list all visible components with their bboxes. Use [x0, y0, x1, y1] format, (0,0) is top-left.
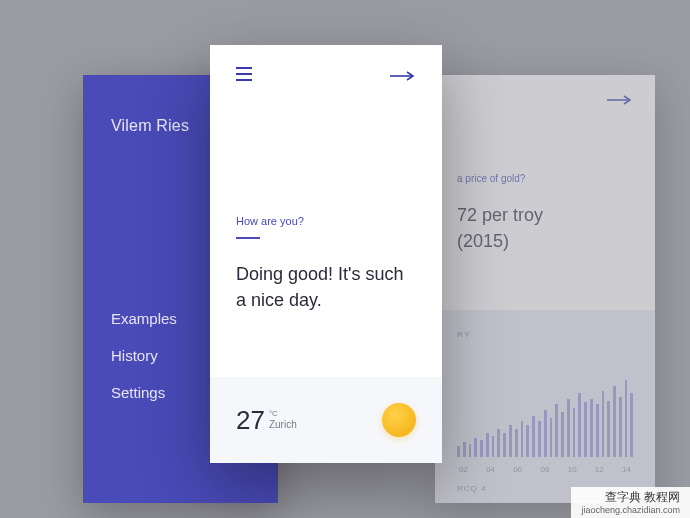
forward-arrow-icon[interactable] — [607, 95, 633, 105]
x-tick: 10 — [568, 465, 577, 474]
chart-bar — [578, 393, 581, 457]
x-tick: 14 — [622, 465, 631, 474]
chart-bar — [486, 433, 489, 457]
chart-bar — [619, 397, 622, 457]
chart-bar — [573, 408, 576, 457]
chart-bar — [463, 442, 466, 457]
chart-bar — [503, 433, 506, 457]
prompt-label: How are you? — [236, 215, 416, 227]
chart-bar — [509, 425, 512, 457]
top-bar — [236, 67, 416, 85]
x-tick: 04 — [486, 465, 495, 474]
chart-bar — [515, 429, 518, 457]
chart-bar — [567, 399, 570, 457]
chart-series-label: RY — [457, 330, 633, 339]
chart-bar — [596, 404, 599, 457]
temperature-unit: °C — [269, 409, 297, 418]
chart-bar — [602, 391, 605, 457]
response-text: Doing good! It's such a nice day. — [236, 261, 416, 313]
watermark: 查字典 教程网 jiaocheng.chazidian.com — [571, 487, 690, 518]
chart-bar — [480, 440, 483, 457]
forward-arrow-icon[interactable] — [390, 71, 416, 81]
prompt-underline — [236, 237, 260, 239]
chart-bar — [613, 386, 616, 457]
chart-bar — [607, 401, 610, 457]
hamburger-icon[interactable] — [236, 67, 252, 85]
weather-card[interactable]: 27 °C Zurich — [210, 377, 442, 463]
chart-bar — [561, 412, 564, 457]
temperature-value: 27 — [236, 405, 265, 436]
chart-bar — [555, 404, 558, 457]
answer-text: 72 per troy (2015) — [457, 202, 633, 254]
chart-bar — [474, 438, 477, 457]
x-tick: 02 — [459, 465, 468, 474]
city-label: Zurich — [269, 419, 297, 430]
detail-panel: a price of gold? 72 per troy (2015) RY 0… — [435, 75, 655, 503]
watermark-line2: jiaocheng.chazidian.com — [581, 505, 680, 515]
chart-bar — [538, 421, 541, 457]
question-fragment: a price of gold? — [457, 173, 633, 184]
chart-bar — [544, 410, 547, 457]
chart-bar — [457, 446, 460, 457]
x-tick: 06 — [513, 465, 522, 474]
chart-bar — [590, 399, 593, 457]
chart-bar — [521, 421, 524, 457]
chart-bar — [584, 402, 587, 457]
chart-bar — [497, 429, 500, 457]
sun-icon — [382, 403, 416, 437]
watermark-line1: 查字典 教程网 — [581, 491, 680, 505]
chart-card: RY 02040608101214 RCQ 4 — [435, 310, 655, 503]
chart-bar — [469, 444, 472, 457]
main-panel: How are you? Doing good! It's such a nic… — [210, 45, 442, 463]
x-tick: 12 — [595, 465, 604, 474]
bar-chart — [457, 363, 633, 457]
chart-bar — [625, 380, 628, 457]
x-tick: 08 — [541, 465, 550, 474]
chart-bar — [526, 425, 529, 457]
chart-bar — [492, 436, 495, 457]
chart-bar — [550, 418, 553, 457]
chart-x-axis: 02040608101214 — [457, 465, 633, 474]
chart-bar — [630, 393, 633, 457]
chart-bar — [532, 416, 535, 457]
